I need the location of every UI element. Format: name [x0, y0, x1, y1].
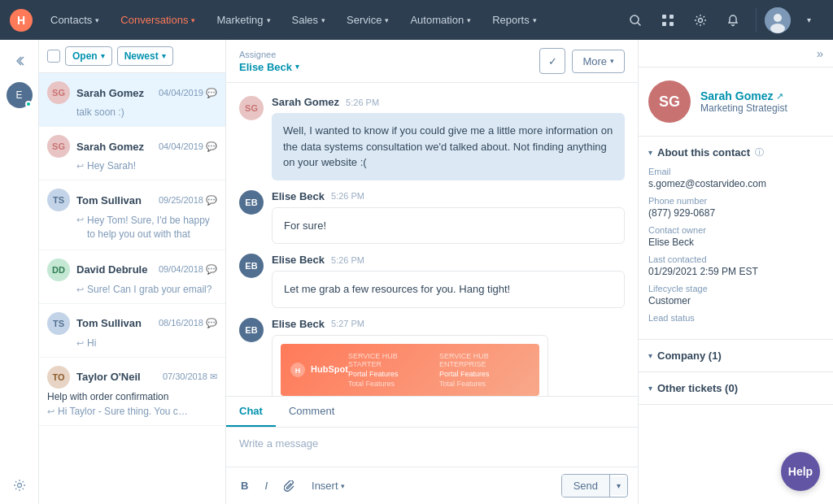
svg-text:H: H — [295, 367, 301, 375]
company-section[interactable]: ▾ Company (1) — [639, 340, 833, 372]
top-navigation: H Contacts ▾ Conversations ▾ Marketing ▾… — [0, 0, 833, 40]
conversation-item[interactable]: SG Sarah Gomez 04/04/2019 💬 ↩ Hey Sarah! — [39, 127, 225, 180]
assignee-dropdown[interactable]: Elise Beck ▾ — [239, 61, 299, 73]
user-status-avatar[interactable]: E — [7, 82, 33, 108]
conversation-header: Assignee Elise Beck ▾ ✓ More ▾ — [226, 40, 638, 83]
chevron-down-icon: ▾ — [341, 482, 345, 490]
filter-newest-button[interactable]: Newest ▾ — [117, 46, 173, 66]
conversation-item[interactable]: TS Tom Sullivan 08/16/2018 💬 ↩ Hi — [39, 304, 225, 358]
about-section-header[interactable]: ▾ About this contact ⓘ — [648, 146, 823, 159]
chevron-down-icon: ▾ — [648, 384, 652, 393]
notifications-button[interactable] — [718, 6, 748, 35]
conversation-items: SG Sarah Gomez 04/04/2019 💬 talk soon :)… — [39, 73, 225, 504]
svg-point-10 — [774, 14, 782, 22]
header-actions: ✓ More ▾ — [539, 48, 625, 74]
nav-contacts[interactable]: Contacts ▾ — [41, 0, 109, 40]
contact-avatar: SG — [47, 81, 70, 104]
hubspot-logo[interactable]: H — [10, 9, 33, 32]
nav-sales[interactable]: Sales ▾ — [282, 0, 336, 40]
svg-point-8 — [699, 18, 703, 22]
nav-service[interactable]: Service ▾ — [337, 0, 399, 40]
contact-avatar: SG — [47, 135, 70, 158]
conversation-item[interactable]: TO Taylor O'Neil 07/30/2018 ✉ Help with … — [39, 358, 225, 426]
contact-field-owner: Contact owner Elise Beck — [648, 225, 823, 248]
select-all-checkbox[interactable] — [47, 50, 60, 63]
assignee-section: Assignee Elise Beck ▾ — [239, 50, 299, 73]
attach-button[interactable] — [279, 477, 300, 495]
filter-open-button[interactable]: Open ▾ — [65, 46, 112, 66]
nav-automation[interactable]: Automation ▾ — [400, 0, 481, 40]
compose-toolbar: B I Insert ▾ Send ▾ — [226, 467, 638, 504]
chevron-down-icon: ▾ — [267, 16, 271, 24]
svg-rect-6 — [662, 22, 666, 26]
message-input[interactable]: Write a message — [226, 428, 638, 467]
chevron-down-icon: ▾ — [295, 63, 299, 71]
contact-field-last-contacted: Last contacted 01/29/2021 2:59 PM EST — [648, 254, 823, 277]
resolve-button[interactable]: ✓ — [539, 48, 565, 74]
message-avatar: EB — [239, 318, 264, 342]
more-button[interactable]: More ▾ — [572, 50, 625, 73]
message-avatar: EB — [239, 190, 264, 215]
chevron-down-icon: ▾ — [648, 351, 652, 360]
help-button[interactable]: Help — [781, 452, 820, 491]
bold-button[interactable]: B — [236, 476, 253, 495]
send-button-group: Send ▾ — [561, 474, 628, 497]
send-dropdown-button[interactable]: ▾ — [610, 476, 627, 495]
nav-conversations[interactable]: Conversations ▾ — [111, 0, 205, 40]
conversation-main: Assignee Elise Beck ▾ ✓ More ▾ SG — [226, 40, 638, 504]
left-sidebar: E — [0, 40, 39, 504]
search-button[interactable] — [621, 6, 650, 35]
compose-tabs: Chat Comment — [226, 397, 638, 428]
chevron-down-icon: ▾ — [648, 148, 652, 157]
other-tickets-section[interactable]: ▾ Other tickets (0) — [639, 372, 833, 405]
send-button[interactable]: Send — [562, 475, 610, 497]
contact-avatar: TS — [47, 189, 70, 211]
settings-icon-button[interactable] — [686, 6, 715, 35]
message-bubble: Well, I wanted to know if you could give… — [272, 113, 625, 180]
chevron-down-icon: ▾ — [610, 57, 614, 65]
nav-reports[interactable]: Reports ▾ — [482, 0, 547, 40]
contact-avatar-large: SG — [648, 80, 691, 123]
contact-field-lifecycle: Lifecycle stage Customer — [648, 284, 823, 306]
chevron-down-icon: ▾ — [533, 16, 537, 24]
message-bubble: For sure! — [272, 207, 625, 245]
messages-area: SG Sarah Gomez 5:26 PM Well, I wanted to… — [226, 83, 638, 396]
chevron-down-icon: ▾ — [321, 16, 325, 24]
italic-button[interactable]: I — [259, 476, 273, 495]
conversation-item[interactable]: DD David Debrule 09/04/2018 💬 ↩ Sure! Ca… — [39, 250, 225, 304]
account-chevron[interactable]: ▾ — [794, 6, 823, 35]
nav-marketing[interactable]: Marketing ▾ — [207, 0, 280, 40]
user-avatar[interactable] — [765, 7, 791, 33]
nav-divider — [756, 8, 757, 33]
insert-button[interactable]: Insert ▾ — [307, 476, 350, 495]
chevron-down-icon: ▾ — [191, 16, 195, 24]
chevron-down-icon: ▾ — [467, 16, 471, 24]
collapse-sidebar-button[interactable] — [5, 46, 34, 76]
message-item: EB Elise Beck 5:26 PM For sure! — [239, 190, 625, 245]
reply-arrow-icon: ↩ — [76, 161, 84, 172]
reply-arrow-icon: ↩ — [47, 406, 55, 417]
contact-right-panel: » SG Sarah Gomez ↗ Marketing Strategist … — [638, 40, 833, 504]
compose-area: Chat Comment Write a message B I — [226, 396, 638, 504]
contact-avatar: DD — [47, 259, 70, 281]
external-link-icon[interactable]: ↗ — [776, 91, 783, 102]
conversation-item[interactable]: SG Sarah Gomez 04/04/2019 💬 talk soon :) — [39, 73, 225, 127]
reply-arrow-icon: ↩ — [76, 285, 84, 295]
tab-comment[interactable]: Comment — [276, 397, 347, 427]
online-status-dot — [25, 101, 32, 107]
svg-rect-5 — [669, 15, 674, 19]
settings-sidebar-button[interactable] — [13, 479, 26, 494]
conversation-item[interactable]: TS Tom Sullivan 09/25/2018 💬 ↩ Hey Tom! … — [39, 180, 225, 250]
hubspot-attachment-card: H HubSpot SERVICE HUB STARTER Portal Fea… — [272, 335, 548, 397]
conversation-list: Open ▾ Newest ▾ SG Sarah Gomez 04/04/201… — [39, 40, 226, 504]
contact-avatar: TS — [47, 312, 70, 335]
hubspot-logo-badge: H HubSpot — [290, 363, 348, 377]
contact-field-lead-status: Lead status — [648, 313, 823, 323]
svg-text:H: H — [17, 14, 25, 27]
tab-chat[interactable]: Chat — [226, 397, 276, 427]
message-item: EB Elise Beck 5:27 PM H — [239, 318, 625, 397]
expand-panel-button[interactable]: » — [817, 46, 823, 60]
info-icon[interactable]: ⓘ — [755, 146, 764, 159]
grid-icon-button[interactable] — [653, 6, 683, 35]
contact-avatar: TO — [47, 366, 70, 389]
